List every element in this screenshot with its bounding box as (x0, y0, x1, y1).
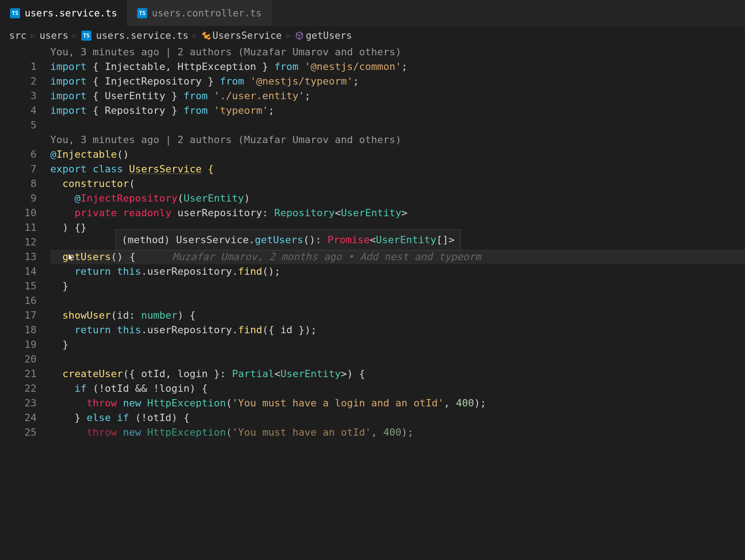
code-content[interactable]: You, 3 minutes ago | 2 authors (Muzafar … (50, 45, 745, 440)
code-line[interactable]: createUser({ otId, login }: Partial<User… (50, 367, 745, 381)
code-line[interactable]: import { Injectable, HttpException } fro… (50, 59, 745, 74)
code-line[interactable]: private readonly userRepository: Reposit… (50, 206, 745, 220)
chevron-right-icon: ▷ (286, 32, 290, 39)
chevron-right-icon: ▷ (193, 32, 197, 39)
git-blame-annotation: Muzafar Umarov, 2 months ago • Add nest … (172, 251, 481, 262)
tab-label: users.controller.ts (152, 8, 261, 19)
chevron-right-icon: ▷ (73, 32, 77, 39)
code-line[interactable]: if (!otId && !login) { (50, 381, 745, 396)
class-symbol-icon (202, 31, 211, 40)
method-symbol-icon (295, 31, 304, 40)
code-line[interactable]: return this.userRepository.find(); (50, 264, 745, 279)
breadcrumb-class[interactable]: UsersService (202, 30, 282, 41)
hover-tooltip: (method) UsersService.getUsers(): Promis… (116, 229, 461, 251)
code-line[interactable]: return this.userRepository.find({ id }); (50, 323, 745, 337)
tab-users-service[interactable]: TS users.service.ts (0, 0, 127, 26)
breadcrumb-method[interactable]: getUsers (295, 30, 352, 41)
code-line[interactable] (50, 118, 745, 133)
breadcrumb[interactable]: src ▷ users ▷ TS users.service.ts ▷ User… (0, 27, 745, 45)
code-line[interactable]: constructor( (50, 176, 745, 191)
code-line[interactable]: throw new HttpException('You must have a… (50, 425, 745, 440)
codelens-authors[interactable]: You, 3 minutes ago | 2 authors (Muzafar … (50, 45, 745, 59)
code-line[interactable]: @Injectable() (50, 147, 745, 162)
code-line[interactable]: throw new HttpException('You must have a… (50, 396, 745, 411)
tab-label: users.service.ts (25, 8, 117, 19)
ts-icon: TS (81, 31, 91, 41)
tab-users-controller[interactable]: TS users.controller.ts (127, 0, 271, 26)
ts-icon: TS (10, 8, 20, 18)
line-number-gutter: 1 2 3 4 5 6 7 8 9 10 11 12 13 14 15 16 1… (0, 45, 50, 440)
code-line[interactable]: @InjectRepository(UserEntity) (50, 191, 745, 206)
breadcrumb-folder[interactable]: src (9, 30, 27, 41)
code-line[interactable]: } else if (!otId) { (50, 411, 745, 425)
code-line[interactable]: import { Repository } from 'typeorm'; (50, 103, 745, 118)
code-line[interactable]: import { UserEntity } from './user.entit… (50, 89, 745, 103)
code-line[interactable]: showUser(id: number) { (50, 308, 745, 323)
code-line[interactable]: } (50, 337, 745, 352)
code-editor[interactable]: 1 2 3 4 5 6 7 8 9 10 11 12 13 14 15 16 1… (0, 45, 745, 440)
breadcrumb-file[interactable]: users.service.ts (96, 30, 188, 41)
editor-tabs: TS users.service.ts TS users.controller.… (0, 0, 745, 27)
code-line[interactable] (50, 352, 745, 367)
code-line[interactable]: } (50, 279, 745, 293)
chevron-right-icon: ▷ (31, 32, 35, 39)
ts-icon: TS (137, 8, 147, 18)
code-line[interactable]: export class UsersService { (50, 162, 745, 176)
code-line-active[interactable]: getUsers() { Muzafar Umarov, 2 months ag… (50, 250, 745, 264)
code-line[interactable]: import { InjectRepository } from '@nestj… (50, 74, 745, 89)
codelens-authors[interactable]: You, 3 minutes ago | 2 authors (Muzafar … (50, 133, 745, 147)
breadcrumb-folder[interactable]: users (39, 30, 68, 41)
code-line[interactable] (50, 293, 745, 308)
